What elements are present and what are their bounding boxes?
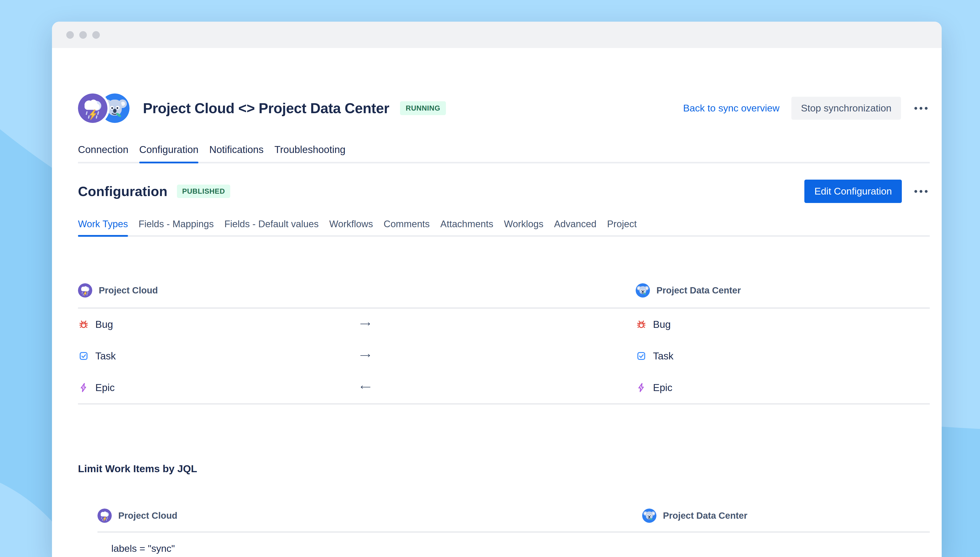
main-tab-bar: Connection Configuration Notifications T… [78,144,930,163]
tab-configuration[interactable]: Configuration [139,144,199,162]
jql-table-header: Project Cloud Project Data Center [98,508,930,533]
configuration-title: Configuration [78,184,167,199]
work-types-table-header: Project Cloud Project Data Center [78,283,930,309]
arrow-right-icon [360,353,371,357]
right-project-header: Project Data Center [642,508,747,523]
left-project-name: Project Cloud [118,510,177,521]
bug-icon [635,319,647,330]
bug-icon [78,319,89,330]
window-dot-icon[interactable] [66,31,74,39]
sync-direction [360,322,635,327]
right-project-name: Project Data Center [657,285,741,296]
left-project-header: Project Cloud [78,283,635,298]
right-work-type: Epic [635,382,930,393]
subtab-worklogs[interactable]: Worklogs [504,218,544,235]
subtab-attachments[interactable]: Attachments [440,218,493,235]
jql-section-title: Limit Work Items by JQL [78,463,930,474]
koala-avatar [635,283,650,298]
page-title: Project Cloud <> Project Data Center [143,100,389,116]
configuration-tab-bar: Work Types Fields - Mappings Fields - De… [78,218,930,237]
arrow-left-icon [360,385,371,389]
subtab-work-types[interactable]: Work Types [78,218,128,235]
subtab-advanced[interactable]: Advanced [554,218,596,235]
window-dot-icon[interactable] [92,31,100,39]
left-project-header: Project Cloud [98,508,642,523]
left-work-type: Bug [78,319,360,330]
jql-query-value: labels = "sync" [98,533,930,554]
work-type-label: Bug [653,319,671,330]
sync-direction [360,385,635,390]
right-work-type: Task [635,350,930,362]
app-window: Project Cloud <> Project Data Center RUN… [52,22,942,557]
jql-table: Project Cloud Project Data Center labels… [98,508,930,554]
epic-icon [635,382,647,393]
left-work-type: Task [78,350,360,362]
koala-avatar [642,508,657,523]
work-type-label: Task [95,350,116,362]
configuration-header: Configuration PUBLISHED Edit Configurati… [78,179,930,203]
tab-notifications[interactable]: Notifications [209,144,264,162]
window-dot-icon[interactable] [79,31,87,39]
left-work-type: Epic [78,382,360,393]
tab-connection[interactable]: Connection [78,144,128,162]
window-titlebar[interactable] [52,22,942,48]
tab-troubleshooting[interactable]: Troubleshooting [274,144,345,162]
work-types-table: Project Cloud Project Data Center Bug [78,283,930,404]
stop-synchronization-button[interactable]: Stop synchronization [791,97,901,120]
sync-header: Project Cloud <> Project Data Center RUN… [78,93,930,123]
configuration-more-options-icon[interactable] [912,188,930,195]
storm-cloud-avatar [78,283,92,298]
right-work-type: Bug [635,319,930,330]
page-content: Project Cloud <> Project Data Center RUN… [52,93,942,554]
more-options-icon[interactable] [912,105,930,112]
sync-direction [360,353,635,358]
table-row-task: Task Task [78,340,930,372]
edit-configuration-button[interactable]: Edit Configuration [804,179,902,203]
work-type-label: Bug [95,319,113,330]
subtab-fields-mappings[interactable]: Fields - Mappings [139,218,214,235]
back-to-sync-overview-link[interactable]: Back to sync overview [683,103,779,114]
status-badge: RUNNING [400,101,446,115]
task-icon [635,350,647,362]
subtab-comments[interactable]: Comments [384,218,430,235]
storm-cloud-avatar [78,93,108,123]
subtab-project[interactable]: Project [607,218,637,235]
work-type-label: Epic [653,382,672,393]
table-row-epic: Epic Epic [78,372,930,404]
table-row-bug: Bug Bug [78,309,930,340]
subtab-workflows[interactable]: Workflows [329,218,373,235]
right-project-header: Project Data Center [635,283,741,298]
epic-icon [78,382,89,393]
published-badge: PUBLISHED [177,185,230,198]
work-type-label: Task [653,350,673,362]
right-project-name: Project Data Center [663,510,747,521]
storm-cloud-avatar [98,508,112,523]
subtab-fields-default-values[interactable]: Fields - Default values [224,218,318,235]
arrow-right-icon [360,322,371,326]
desktop-background: Project Cloud <> Project Data Center RUN… [0,0,980,557]
work-type-label: Epic [95,382,114,393]
left-project-name: Project Cloud [99,285,158,296]
task-icon [78,350,89,362]
